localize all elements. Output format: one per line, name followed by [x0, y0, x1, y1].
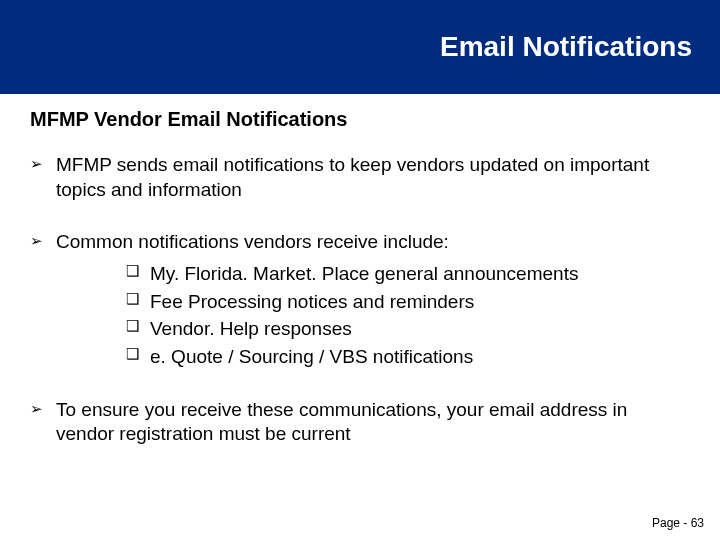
- sub-bullet-item: e. Quote / Sourcing / VBS notifications: [126, 344, 690, 370]
- header-band: Email Notifications: [0, 0, 720, 94]
- sub-bullet-item: My. Florida. Market. Place general annou…: [126, 261, 690, 287]
- content-area: MFMP Vendor Email Notifications MFMP sen…: [30, 108, 690, 475]
- bullet-list: MFMP sends email notifications to keep v…: [30, 153, 690, 447]
- slide-title: Email Notifications: [440, 31, 692, 63]
- slide: Email Notifications MFMP Vendor Email No…: [0, 0, 720, 540]
- sub-bullet-item: Fee Processing notices and reminders: [126, 289, 690, 315]
- bullet-item: MFMP sends email notifications to keep v…: [30, 153, 690, 202]
- bullet-text: MFMP sends email notifications to keep v…: [56, 154, 649, 200]
- subheading: MFMP Vendor Email Notifications: [30, 108, 690, 131]
- bullet-text: To ensure you receive these communicatio…: [56, 399, 627, 445]
- bullet-item: Common notifications vendors receive inc…: [30, 230, 690, 369]
- bullet-text: Common notifications vendors receive inc…: [56, 231, 449, 252]
- page-number: Page - 63: [652, 516, 704, 530]
- sub-bullet-list: My. Florida. Market. Place general annou…: [56, 261, 690, 370]
- bullet-item: To ensure you receive these communicatio…: [30, 398, 690, 447]
- sub-bullet-item: Vendor. Help responses: [126, 316, 690, 342]
